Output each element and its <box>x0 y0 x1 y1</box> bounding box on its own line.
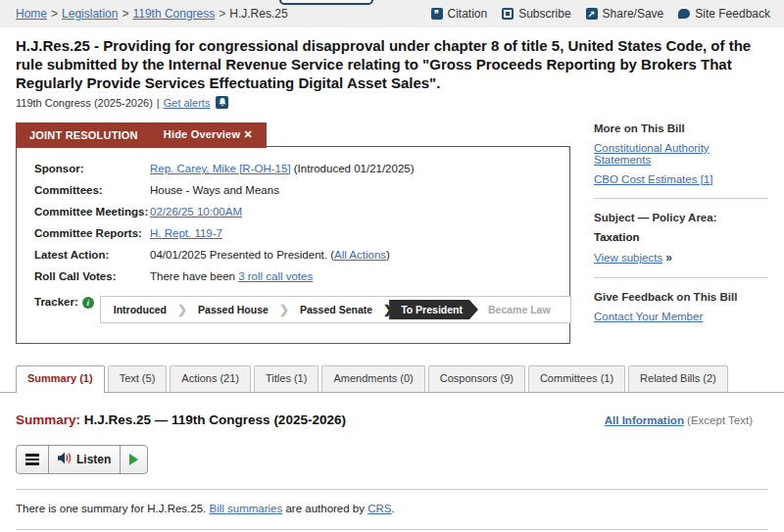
cbo-cost-estimates-link[interactable]: CBO Cost Estimates [1] <box>594 173 768 185</box>
row-label: Sponsor: <box>34 163 150 174</box>
bill-subtitle: 119th Congress (2025-2026) | Get alerts <box>16 96 768 109</box>
note-text: . <box>391 503 394 514</box>
hamburger-menu-icon <box>25 452 39 467</box>
tracker-step-became-law: Became Law <box>478 300 561 319</box>
breadcrumb: Home>Legislation>119th Congress>H.J.Res.… <box>16 7 288 21</box>
subscribe-label: Subscribe <box>518 7 570 21</box>
overview-header-bar: JOINT RESOLUTION Hide Overview ✕ <box>16 122 267 148</box>
congress-range: 119th Congress (2025-2026) <box>16 97 153 109</box>
roll-call-votes-link[interactable]: 3 roll call votes <box>238 270 313 282</box>
overview-row-committees: Committees: House - Ways and Means <box>34 184 554 196</box>
chevron-right-icon: ❯ <box>279 303 289 316</box>
all-actions-link[interactable]: All Actions <box>334 249 386 261</box>
close-icon: ✕ <box>243 128 252 140</box>
tab-amendments[interactable]: Amendments (0) <box>321 365 424 392</box>
get-alerts-link[interactable]: Get alerts <box>164 97 211 109</box>
listen-button[interactable]: Listen <box>49 446 121 473</box>
note-text: There is one summary for H.J.Res.25. <box>16 503 209 514</box>
section-tab-bar: Summary (1) Text (5) Actions (21) Titles… <box>0 365 784 393</box>
sponsor-intro-date: (Introduced 01/21/2025) <box>291 163 415 174</box>
overview-row-latest-action: Latest Action: 04/01/2025 Presented to P… <box>34 249 554 261</box>
sidebar-divider <box>594 198 768 199</box>
overview-row-sponsor: Sponsor: Rep. Carey, Mike [R-OH-15] (Int… <box>34 163 554 174</box>
share-save-label: Share/Save <box>603 7 664 21</box>
tracker-step-to-president: To President <box>389 300 478 319</box>
tracker-label: Tracker: <box>34 296 78 308</box>
bill-type-badge: JOINT RESOLUTION <box>29 129 138 141</box>
breadcrumb-congress[interactable]: 119th Congress <box>132 7 215 21</box>
tab-related-bills[interactable]: Related Bills (2) <box>628 365 728 392</box>
more-on-bill-heading: More on This Bill <box>594 122 768 134</box>
speech-bubble-icon <box>678 9 690 19</box>
listen-player: Listen <box>16 445 148 474</box>
committee-report-link[interactable]: H. Rept. 119-7 <box>150 227 222 239</box>
row-label: Latest Action: <box>34 249 150 261</box>
citation-button[interactable]: ❞ Citation <box>431 7 488 21</box>
listen-label: Listen <box>76 453 111 466</box>
overview-row-roll-call: Roll Call Votes: There have been 3 roll … <box>34 270 554 282</box>
sidebar-divider <box>594 277 768 278</box>
tab-cosponsors[interactable]: Cosponsors (9) <box>428 365 525 392</box>
contact-your-member-link[interactable]: Contact Your Member <box>594 311 768 322</box>
breadcrumb-separator: > <box>51 7 58 21</box>
row-label: Committee Meetings: <box>34 206 150 218</box>
tab-titles[interactable]: Titles (1) <box>254 365 318 392</box>
view-subjects-link[interactable]: View subjects <box>594 252 662 264</box>
top-bar: Home>Legislation>119th Congress>H.J.Res.… <box>0 0 784 27</box>
summary-heading-label: Summary: <box>16 412 80 427</box>
overview-panel: Sponsor: Rep. Carey, Mike [R-OH-15] (Int… <box>16 146 570 344</box>
breadcrumb-current: H.J.Res.25 <box>229 7 287 21</box>
subscribe-icon <box>502 8 514 20</box>
hide-overview-button[interactable]: Hide Overview ✕ <box>164 128 253 141</box>
tab-text[interactable]: Text (5) <box>108 365 168 392</box>
summary-heading-text: H.J.Res.25 — 119th Congress (2025-2026) <box>84 412 346 427</box>
tab-summary[interactable]: Summary (1) <box>16 365 105 393</box>
note-text: are authored by <box>282 503 368 514</box>
row-label: Committee Reports: <box>34 227 150 239</box>
committee-meeting-link[interactable]: 02/26/25 10:00AM <box>150 206 242 218</box>
listen-menu-button[interactable] <box>17 446 49 473</box>
give-feedback-heading: Give Feedback on This Bill <box>594 291 768 303</box>
breadcrumb-legislation[interactable]: Legislation <box>62 7 118 21</box>
roll-call-text: There have been <box>150 270 238 282</box>
play-button[interactable] <box>121 446 147 473</box>
subscribe-button[interactable]: Subscribe <box>502 7 570 21</box>
overview-row-committee-meetings: Committee Meetings: 02/26/25 10:00AM <box>34 206 554 218</box>
latest-action-text: 04/01/2025 Presented to President. ( <box>150 249 334 261</box>
content-divider <box>16 489 768 490</box>
header-dropdown-button-cutoff[interactable] <box>279 0 373 5</box>
committees-value: House - Ways and Means <box>150 184 279 196</box>
top-actions: ❞ Citation Subscribe ↗ Share/Save Site F… <box>431 7 771 21</box>
constitutional-authority-link[interactable]: Constitutional Authority Statements <box>594 142 768 166</box>
breadcrumb-separator: > <box>122 7 128 21</box>
content-divider <box>16 529 768 530</box>
speaker-icon <box>58 452 72 467</box>
bill-summaries-link[interactable]: Bill summaries <box>209 503 282 514</box>
breadcrumb-home[interactable]: Home <box>16 7 47 21</box>
subtitle-separator: | <box>157 97 160 109</box>
tab-committees[interactable]: Committees (1) <box>528 365 625 392</box>
summary-count-note: There is one summary for H.J.Res.25. Bil… <box>16 503 768 514</box>
all-information-link[interactable]: All Information <box>605 414 684 426</box>
alert-bell-icon[interactable] <box>216 96 228 109</box>
info-icon[interactable]: i <box>82 297 94 309</box>
share-save-button[interactable]: ↗ Share/Save <box>586 7 664 21</box>
summary-header: Summary: H.J.Res.25 — 119th Congress (20… <box>16 412 768 427</box>
citation-icon: ❞ <box>431 8 443 20</box>
tab-actions[interactable]: Actions (21) <box>170 365 251 392</box>
overview-column: JOINT RESOLUTION Hide Overview ✕ Sponsor… <box>16 122 570 344</box>
crs-link[interactable]: CRS <box>368 503 391 514</box>
sponsor-link[interactable]: Rep. Carey, Mike [R-OH-15] <box>150 163 291 174</box>
right-sidebar: More on This Bill Constitutional Authori… <box>594 122 768 344</box>
subject-policy-heading: Subject — Policy Area: <box>594 212 768 223</box>
share-icon: ↗ <box>586 8 598 20</box>
row-label: Committees: <box>34 184 150 196</box>
site-feedback-button[interactable]: Site Feedback <box>678 7 770 21</box>
tracker-step-introduced: Introduced <box>104 300 176 319</box>
overview-row-tracker: Tracker:i Introduced ❯ Passed House ❯ Pa… <box>34 296 554 323</box>
hide-overview-label: Hide Overview <box>164 128 240 140</box>
page-title: H.J.Res.25 - Providing for congressional… <box>16 36 772 92</box>
tracker-step-passed-senate: Passed Senate <box>290 300 382 319</box>
citation-label: Citation <box>448 7 488 21</box>
play-icon <box>129 454 138 465</box>
